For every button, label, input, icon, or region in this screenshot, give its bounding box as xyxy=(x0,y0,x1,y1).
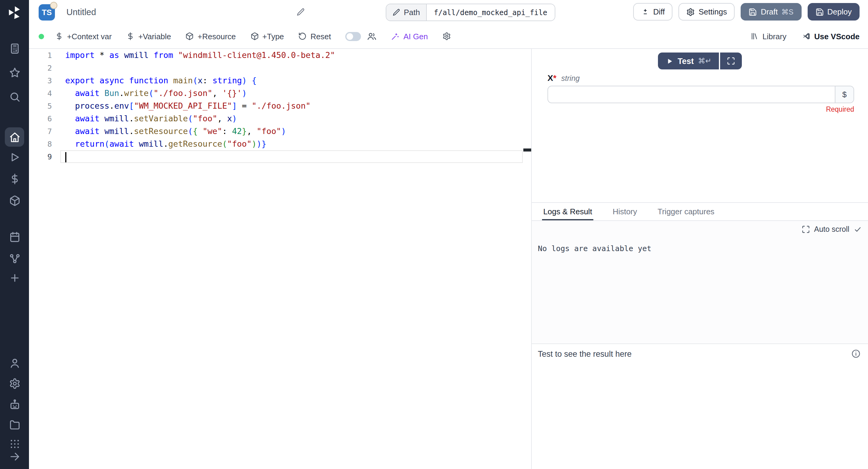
path-control[interactable]: Path f/all/demo_mocked_api_file xyxy=(386,4,555,21)
resources-box-icon[interactable] xyxy=(9,195,20,207)
windmill-logo[interactable] xyxy=(7,5,22,21)
library-label: Library xyxy=(763,32,786,41)
sidebar-item-home[interactable] xyxy=(5,127,24,147)
expand-logs-icon[interactable] xyxy=(801,225,810,233)
line-content: export async function main(x: string) { xyxy=(60,74,523,87)
runs-play-icon[interactable] xyxy=(9,152,20,163)
home-icon xyxy=(9,131,20,143)
code-line-6[interactable]: 6 await wmill.setVariable("foo", x) xyxy=(29,112,531,125)
line-content xyxy=(60,62,523,74)
box-icon xyxy=(250,32,259,40)
code-line-2[interactable]: 2 xyxy=(29,62,531,74)
diff-icon xyxy=(641,7,650,16)
library-button[interactable]: Library xyxy=(750,32,786,41)
add-context-var-button[interactable]: +Context var xyxy=(55,32,112,41)
draft-button[interactable]: Draft ⌘S xyxy=(741,3,801,21)
code-line-4[interactable]: 4 await Bun.write("./foo.json", '{}') xyxy=(29,87,531,100)
reset-rotate-icon xyxy=(299,32,307,40)
insert-variable-button[interactable]: $ xyxy=(835,86,854,103)
folders-icon[interactable] xyxy=(9,419,20,430)
dollar-icon xyxy=(126,32,134,40)
line-number: 8 xyxy=(29,137,60,150)
test-button[interactable]: Test ⌘↵ xyxy=(658,53,719,69)
expand-sidebar-arrow-icon[interactable] xyxy=(9,451,20,462)
add-icon[interactable] xyxy=(9,272,20,284)
argument-row: X* string xyxy=(548,73,580,83)
multiplayer-toggle[interactable] xyxy=(346,32,361,41)
maximize-icon xyxy=(727,57,736,65)
info-icon[interactable] xyxy=(851,349,861,358)
edit-path-pencil-icon xyxy=(392,8,400,16)
auto-scroll-checkbox[interactable] xyxy=(854,225,862,233)
line-number: 5 xyxy=(29,100,60,112)
test-panel: Test ⌘↵ X* string $ Required Logs & Resu… xyxy=(531,49,868,469)
settings-button-label: Settings xyxy=(699,7,727,16)
tab-trigger-captures[interactable]: Trigger captures xyxy=(656,203,716,220)
code-editor[interactable]: 1import * as wmill from "windmill-client… xyxy=(29,49,531,469)
ai-gen-button[interactable]: AI Gen xyxy=(392,32,428,41)
ai-gen-label: AI Gen xyxy=(404,32,428,41)
add-resource-button[interactable]: +Resource xyxy=(186,32,236,41)
tab-logs-result[interactable]: Logs & Result xyxy=(542,203,593,220)
line-content: process.env["WM_MOCKED_API_FILE"] = "./f… xyxy=(60,100,523,112)
path-value: f/all/demo_mocked_api_file xyxy=(427,4,555,21)
search-icon[interactable] xyxy=(9,91,20,103)
apps-grid-icon[interactable] xyxy=(9,438,20,450)
path-edit-button[interactable]: Path xyxy=(386,4,427,21)
result-placeholder: Test to see the result here xyxy=(538,349,632,358)
script-settings-button[interactable] xyxy=(442,32,451,40)
required-asterisk: * xyxy=(553,73,557,83)
add-context-var-label: +Context var xyxy=(67,32,112,41)
reset-label: Reset xyxy=(311,32,331,41)
code-line-3[interactable]: 3export async function main(x: string) { xyxy=(29,74,531,87)
script-title[interactable]: Untitled xyxy=(66,0,96,24)
workers-robot-icon[interactable] xyxy=(9,399,20,410)
code-line-8[interactable]: 8 return(await wmill.getResource("foo"))… xyxy=(29,137,531,150)
arg-x-input[interactable] xyxy=(548,86,835,103)
line-content: return(await wmill.getResource("foo"))} xyxy=(60,137,523,150)
windmill-script-editor: TS Untitled Path f/all/demo_mocked_api_f… xyxy=(0,0,868,469)
instance-settings-gear-icon[interactable] xyxy=(9,378,20,389)
argument-type: string xyxy=(561,74,580,83)
use-vscode-button[interactable]: Use VScode xyxy=(802,32,860,41)
line-content: await wmill.setVariable("foo", x) xyxy=(60,112,523,125)
diff-button[interactable]: Diff xyxy=(633,3,673,21)
test-actions: Test ⌘↵ xyxy=(532,53,868,69)
code-line-7[interactable]: 7 await wmill.setResource({ "we": 42}, "… xyxy=(29,125,531,137)
line-content: await wmill.setResource({ "we": 42}, "fo… xyxy=(60,125,523,137)
draft-shortcut: ⌘S xyxy=(781,7,794,16)
variables-dollar-icon[interactable] xyxy=(9,173,20,185)
line-content xyxy=(60,150,523,163)
box-icon xyxy=(186,32,194,40)
settings-button[interactable]: Settings xyxy=(679,3,735,21)
result-header: Test to see the result here xyxy=(538,349,861,358)
calculator-icon[interactable] xyxy=(9,43,20,54)
reset-button[interactable]: Reset xyxy=(299,32,331,41)
schedules-calendar-icon[interactable] xyxy=(9,231,20,243)
code-line-1[interactable]: 1import * as wmill from "windmill-client… xyxy=(29,49,531,62)
library-icon xyxy=(750,32,759,40)
code-line-5[interactable]: 5 process.env["WM_MOCKED_API_FILE"] = ".… xyxy=(29,100,531,112)
play-icon xyxy=(665,57,673,65)
diff-button-label: Diff xyxy=(653,7,665,16)
tab-history[interactable]: History xyxy=(612,203,638,220)
add-type-button[interactable]: +Type xyxy=(250,32,284,41)
multiplayer-users-button[interactable] xyxy=(367,31,377,41)
users-icon xyxy=(367,31,377,41)
line-number: 9 xyxy=(29,150,60,163)
add-variable-button[interactable]: +Variable xyxy=(126,32,171,41)
line-content: await Bun.write("./foo.json", '{}') xyxy=(60,87,523,100)
line-number: 1 xyxy=(29,49,60,62)
account-user-icon[interactable] xyxy=(9,357,20,369)
flows-icon[interactable] xyxy=(9,253,20,264)
line-number: 3 xyxy=(29,74,60,87)
sidebar xyxy=(0,0,29,469)
deploy-button[interactable]: Deploy xyxy=(807,3,860,21)
test-button-label: Test xyxy=(678,57,694,65)
language-badge-label: TS xyxy=(42,7,52,17)
edit-title-pencil-icon[interactable] xyxy=(297,8,305,16)
path-label: Path xyxy=(404,8,420,17)
fullscreen-test-button[interactable] xyxy=(720,53,742,69)
favorites-star-icon[interactable] xyxy=(9,67,20,79)
code-line-9[interactable]: 9 xyxy=(29,150,531,163)
